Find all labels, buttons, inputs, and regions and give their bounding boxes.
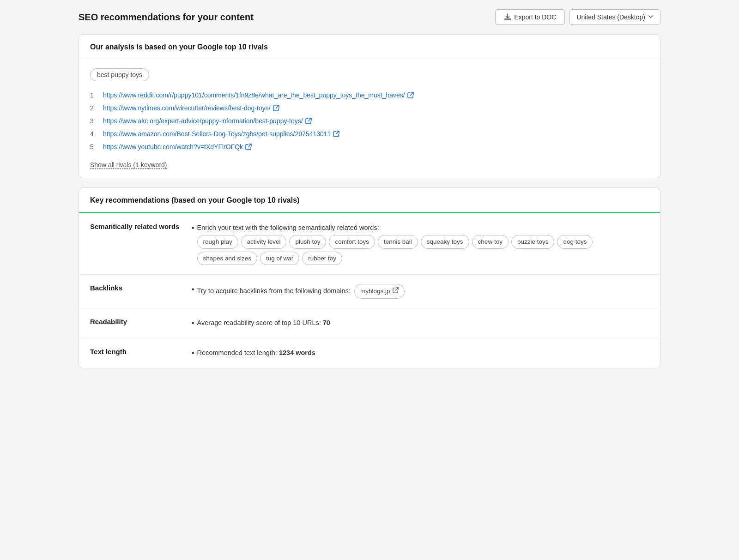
list-item: 3 https://www.akc.org/expert-advice/pupp…: [90, 114, 649, 127]
rec-label: Backlinks: [90, 284, 192, 292]
semantic-tag: rubber toy: [302, 252, 342, 265]
rec-content: • Recommended text length: 1234 words: [192, 348, 649, 359]
rec-row: Text length • Recommended text length: 1…: [79, 338, 660, 368]
rivals-card: Our analysis is based on your Google top…: [79, 34, 660, 178]
rec-content: • Enrich your text with the following se…: [192, 223, 649, 265]
external-link-icon: [305, 118, 312, 124]
rival-number: 4: [90, 130, 97, 138]
external-link-icon: [393, 286, 399, 296]
rec-row: Backlinks • Try to acquire backlinks fro…: [79, 275, 660, 308]
rival-url[interactable]: https://www.nytimes.com/wirecutter/revie…: [103, 104, 279, 112]
rival-number: 1: [90, 91, 97, 99]
rival-number: 2: [90, 104, 97, 112]
rec-value-text: Recommended text length: 1234 words: [197, 348, 315, 358]
rival-url[interactable]: https://www.akc.org/expert-advice/puppy-…: [103, 117, 312, 125]
external-link-icon: [245, 144, 252, 150]
semantic-tag: squeaky toys: [421, 235, 469, 249]
page-title: SEO recommendations for your content: [79, 12, 254, 23]
rec-row: Semantically related words • Enrich your…: [79, 213, 660, 275]
show-all-rivals-button[interactable]: Show all rivals (1 keyword): [90, 161, 167, 169]
location-selector[interactable]: United States (Desktop): [569, 9, 660, 25]
rec-label: Semantically related words: [90, 223, 192, 230]
rec-intro-text: Enrich your text with the following sema…: [197, 224, 379, 231]
chevron-down-icon: [648, 13, 654, 21]
list-item: 2 https://www.nytimes.com/wirecutter/rev…: [90, 102, 649, 114]
header-actions: Export to DOC United States (Desktop): [495, 9, 660, 25]
keyword-tag: best puppy toys: [90, 68, 149, 81]
semantic-tag: dog toys: [557, 235, 593, 249]
rivals-list: 1 https://www.reddit.com/r/puppy101/comm…: [90, 89, 649, 153]
tags-area: rough playactivity levelplush toycomfort…: [197, 235, 649, 265]
recommendations-card: Key recommendations (based on your Googl…: [79, 187, 660, 368]
recommendations-header: Key recommendations (based on your Googl…: [79, 188, 660, 213]
export-button[interactable]: Export to DOC: [495, 9, 565, 25]
bullet: •: [192, 348, 194, 359]
rival-url[interactable]: https://www.youtube.com/watch?v=tXdYFlrO…: [103, 143, 252, 151]
rec-content: • Average readability score of top 10 UR…: [192, 318, 649, 329]
export-icon: [504, 13, 511, 21]
list-item: 5 https://www.youtube.com/watch?v=tXdYFl…: [90, 140, 649, 153]
rival-url[interactable]: https://www.reddit.com/r/puppy101/commen…: [103, 91, 414, 99]
semantic-tag: plush toy: [289, 235, 326, 249]
semantic-tag: tug of war: [260, 252, 299, 265]
list-item: 1 https://www.reddit.com/r/puppy101/comm…: [90, 89, 649, 102]
bullet: •: [192, 318, 194, 329]
page-wrapper: SEO recommendations for your content Exp…: [79, 9, 660, 368]
external-link-icon: [333, 131, 339, 137]
rival-number: 3: [90, 117, 97, 125]
location-label: United States (Desktop): [576, 13, 645, 21]
semantic-tag: rough play: [197, 235, 238, 249]
rivals-card-body: best puppy toys 1 https://www.reddit.com…: [79, 59, 660, 178]
rec-label: Readability: [90, 318, 192, 325]
external-link-icon: [273, 105, 279, 111]
bullet: •: [192, 223, 194, 234]
semantic-tag: comfort toys: [329, 235, 375, 249]
page-header: SEO recommendations for your content Exp…: [79, 9, 660, 25]
rec-value: 70: [323, 319, 330, 326]
semantic-tag: shapes and sizes: [197, 252, 257, 265]
rec-value-text: Average readability score of top 10 URLs…: [197, 318, 330, 328]
list-item: 4 https://www.amazon.com/Best-Sellers-Do…: [90, 127, 649, 140]
semantic-tag: activity level: [241, 235, 287, 249]
rec-row: Readability • Average readability score …: [79, 308, 660, 338]
semantic-tag: chew toy: [472, 235, 509, 249]
rec-label: Text length: [90, 348, 192, 355]
export-label: Export to DOC: [514, 13, 556, 21]
domain-tag: myblogs.jp: [354, 284, 405, 299]
rival-url[interactable]: https://www.amazon.com/Best-Sellers-Dog-…: [103, 130, 339, 138]
rec-value: 1234 words: [279, 349, 315, 356]
semantic-tag: puzzle toys: [511, 235, 555, 249]
rec-content: • Try to acquire backlinks from the foll…: [192, 284, 649, 299]
bullet: •: [192, 284, 194, 295]
semantic-tag: tennis ball: [378, 235, 418, 249]
external-link-icon: [407, 92, 414, 98]
recommendations-rows: Semantically related words • Enrich your…: [79, 213, 660, 368]
rec-intro-text: Try to acquire backlinks from the follow…: [197, 284, 405, 299]
rivals-card-header: Our analysis is based on your Google top…: [79, 35, 660, 59]
rival-number: 5: [90, 143, 97, 151]
